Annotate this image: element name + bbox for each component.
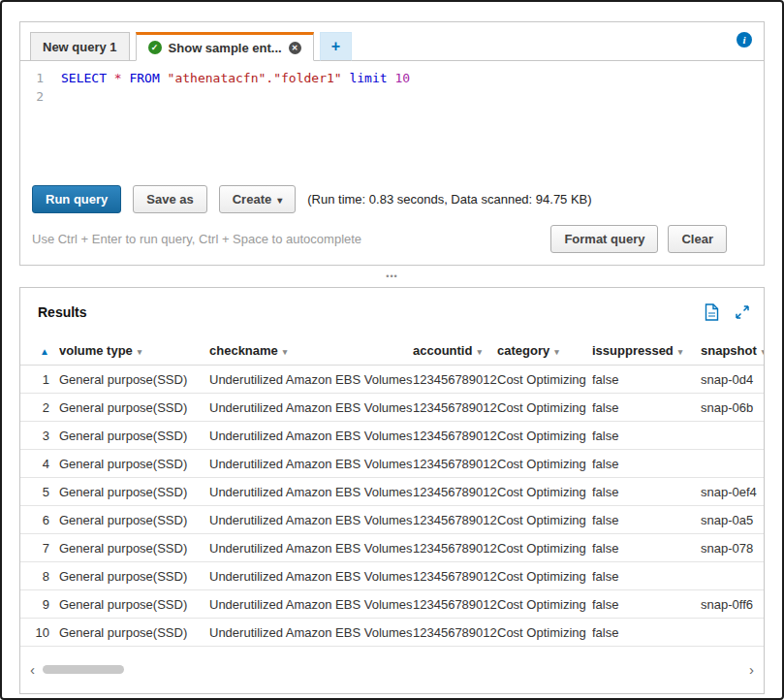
- file-icon: [705, 303, 719, 321]
- table-cell: Underutilized Amazon EBS Volumes: [209, 541, 413, 556]
- create-label: Create: [233, 192, 271, 207]
- panel-splitter[interactable]: •••: [2, 266, 782, 287]
- column-dropdown-icon[interactable]: ▾: [678, 347, 683, 357]
- table-cell: Cost Optimizing: [497, 429, 592, 443]
- info-icon[interactable]: i: [737, 32, 752, 48]
- row-number: 6: [20, 513, 59, 527]
- sql-token: *: [114, 71, 122, 85]
- sort-asc-icon[interactable]: ▲: [40, 346, 49, 357]
- row-number: 1: [20, 372, 59, 387]
- sql-token: [107, 71, 114, 85]
- table-cell: 123456789012: [413, 372, 497, 387]
- table-cell: Underutilized Amazon EBS Volumes: [209, 400, 413, 415]
- table-row[interactable]: 7General purpose(SSD)Underutilized Amazo…: [20, 534, 764, 562]
- table-cell: General purpose(SSD): [59, 541, 209, 556]
- run-query-button[interactable]: Run query: [32, 185, 121, 213]
- scrollbar-thumb[interactable]: [43, 665, 124, 674]
- scroll-left-icon[interactable]: ‹: [30, 662, 35, 677]
- table-cell: Underutilized Amazon EBS Volumes: [209, 513, 413, 527]
- code-line: SELECT * FROM "athenatacfn"."folder1" li…: [61, 69, 764, 87]
- table-cell: 123456789012: [413, 400, 497, 415]
- table-cell: General purpose(SSD): [59, 625, 209, 640]
- table-cell: snap-0ff6: [701, 597, 764, 612]
- table-row[interactable]: 6General purpose(SSD)Underutilized Amazo…: [20, 506, 764, 534]
- table-row[interactable]: 2General purpose(SSD)Underutilized Amazo…: [20, 394, 764, 422]
- table-cell: 123456789012: [413, 541, 497, 556]
- column-dropdown-icon[interactable]: ▾: [138, 347, 142, 357]
- drag-handle-icon: •••: [386, 272, 397, 281]
- table-cell: Underutilized Amazon EBS Volumes: [209, 457, 413, 471]
- sql-token: 10: [394, 71, 410, 85]
- table-cell: false: [592, 400, 701, 415]
- table-cell: 123456789012: [413, 625, 497, 640]
- table-row[interactable]: 1General purpose(SSD)Underutilized Amazo…: [20, 366, 764, 394]
- row-number: 10: [20, 625, 59, 640]
- sql-token: FROM: [129, 71, 159, 85]
- editor-code: SELECT * FROM "athenatacfn"."folder1" li…: [53, 69, 764, 177]
- table-cell: Cost Optimizing: [497, 541, 592, 556]
- column-label: checkname: [209, 343, 278, 358]
- column-header-category[interactable]: category▾: [497, 343, 592, 358]
- table-cell: Cost Optimizing: [497, 400, 592, 415]
- horizontal-scrollbar[interactable]: ‹ ›: [20, 662, 764, 676]
- save-as-button[interactable]: Save as: [133, 185, 206, 213]
- scrollbar-track[interactable]: [39, 665, 745, 674]
- column-label: accountid: [413, 343, 472, 358]
- column-header-accountid[interactable]: accountid▾: [413, 343, 497, 358]
- table-cell: false: [592, 625, 701, 640]
- table-row[interactable]: 10General purpose(SSD)Underutilized Amaz…: [20, 619, 764, 647]
- column-header-issuppressed[interactable]: issuppressed▾: [592, 343, 701, 358]
- clear-button[interactable]: Clear: [668, 225, 727, 253]
- table-cell: Cost Optimizing: [497, 625, 592, 640]
- column-header-checkname[interactable]: checkname▾: [209, 343, 413, 358]
- table-row[interactable]: 4General purpose(SSD)Underutilized Amazo…: [20, 450, 764, 478]
- close-tab-icon[interactable]: ✕: [289, 42, 301, 54]
- format-query-button[interactable]: Format query: [550, 225, 658, 253]
- table-cell: 123456789012: [413, 569, 497, 584]
- results-panel: Results: [19, 287, 765, 694]
- table-row[interactable]: 5General purpose(SSD)Underutilized Amazo…: [20, 478, 764, 506]
- tab-new-query-1[interactable]: New query 1: [30, 32, 130, 61]
- tab-show-sample[interactable]: ✓ Show sample ent... ✕: [136, 32, 314, 61]
- column-label: snapshot: [701, 343, 757, 358]
- new-tab-button[interactable]: +: [320, 32, 352, 61]
- table-cell: snap-0ef4: [701, 485, 764, 499]
- column-header-snapshot[interactable]: snapshot▾: [701, 343, 764, 358]
- results-table: ▲ volume type▾checkname▾accountid▾catego…: [20, 336, 764, 647]
- column-header-volume-type[interactable]: volume type▾: [59, 343, 209, 358]
- line-number: 1: [20, 69, 44, 87]
- table-cell: false: [592, 429, 701, 443]
- success-check-icon: ✓: [148, 41, 162, 54]
- table-cell: false: [592, 372, 701, 387]
- column-dropdown-icon[interactable]: ▾: [283, 347, 288, 357]
- table-cell: false: [592, 513, 701, 527]
- table-cell: false: [592, 457, 701, 471]
- run-stats: (Run time: 0.83 seconds, Data scanned: 9…: [307, 192, 591, 207]
- table-cell: General purpose(SSD): [59, 372, 209, 387]
- table-cell: General purpose(SSD): [59, 485, 209, 499]
- expand-results-button[interactable]: [735, 304, 750, 320]
- scroll-right-icon[interactable]: ›: [749, 662, 754, 677]
- tab-label: New query 1: [43, 40, 117, 54]
- column-dropdown-icon[interactable]: ▾: [554, 347, 559, 357]
- create-dropdown-button[interactable]: Create▾: [219, 185, 297, 213]
- row-number: 9: [20, 597, 59, 612]
- table-row[interactable]: 3General purpose(SSD)Underutilized Amazo…: [20, 422, 764, 450]
- tab-label: Show sample ent...: [169, 41, 282, 55]
- results-table-body: 1General purpose(SSD)Underutilized Amazo…: [20, 366, 764, 647]
- download-results-button[interactable]: [705, 303, 719, 321]
- expand-arrows-icon: [735, 304, 750, 320]
- row-number: 3: [20, 429, 59, 443]
- results-header: Results: [20, 288, 764, 336]
- table-row[interactable]: 8General purpose(SSD)Underutilized Amazo…: [20, 562, 764, 590]
- table-cell: false: [592, 541, 701, 556]
- sql-editor[interactable]: 12 SELECT * FROM "athenatacfn"."folder1"…: [20, 61, 764, 177]
- column-label: category: [497, 343, 549, 358]
- table-cell: General purpose(SSD): [59, 513, 209, 527]
- table-cell: false: [592, 597, 701, 612]
- column-dropdown-icon[interactable]: ▾: [762, 347, 764, 357]
- column-dropdown-icon[interactable]: ▾: [477, 347, 482, 357]
- table-row[interactable]: 9General purpose(SSD)Underutilized Amazo…: [20, 590, 764, 619]
- sql-token: [160, 71, 168, 85]
- table-cell: Cost Optimizing: [497, 457, 592, 471]
